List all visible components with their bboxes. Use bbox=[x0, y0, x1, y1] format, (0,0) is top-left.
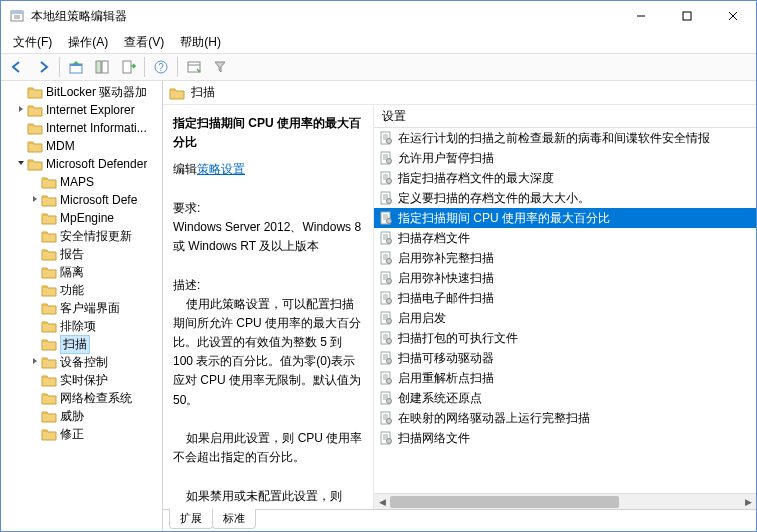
folder-icon bbox=[41, 373, 57, 387]
tree-item[interactable]: 威胁 bbox=[1, 407, 162, 425]
tree-item[interactable]: Microsoft Defender bbox=[1, 155, 162, 173]
svg-rect-9 bbox=[70, 64, 82, 66]
tree-item[interactable]: 功能 bbox=[1, 281, 162, 299]
close-button[interactable] bbox=[710, 1, 756, 31]
tree-item[interactable]: 设备控制 bbox=[1, 353, 162, 371]
scroll-left-arrow[interactable]: ◀ bbox=[374, 494, 390, 510]
filter-button[interactable] bbox=[208, 55, 232, 79]
policy-icon bbox=[378, 270, 394, 286]
back-button[interactable] bbox=[5, 55, 29, 79]
list-item[interactable]: 指定扫描存档文件的最大深度 bbox=[374, 168, 756, 188]
expand-icon[interactable] bbox=[29, 356, 41, 368]
list-item[interactable]: 扫描电子邮件扫描 bbox=[374, 288, 756, 308]
list-item[interactable]: 启用重解析点扫描 bbox=[374, 368, 756, 388]
edit-policy-link[interactable]: 策略设置 bbox=[197, 162, 245, 176]
export-button[interactable] bbox=[116, 55, 140, 79]
list-item[interactable]: 创建系统还原点 bbox=[374, 388, 756, 408]
folder-icon bbox=[41, 283, 57, 297]
list-item[interactable]: 扫描可移动驱动器 bbox=[374, 348, 756, 368]
svg-point-86 bbox=[387, 399, 392, 404]
tree-item[interactable]: 隔离 bbox=[1, 263, 162, 281]
expand-icon[interactable] bbox=[15, 104, 27, 116]
list-item-label: 启用重解析点扫描 bbox=[398, 370, 494, 387]
titlebar: 本地组策略编辑器 bbox=[1, 1, 756, 31]
list-item-label: 定义要扫描的存档文件的最大大小。 bbox=[398, 190, 590, 207]
folder-icon bbox=[27, 103, 43, 117]
expand-icon[interactable] bbox=[29, 194, 41, 206]
tree-item[interactable]: Internet Explorer bbox=[1, 101, 162, 119]
tree-item[interactable]: Microsoft Defe bbox=[1, 191, 162, 209]
list-item[interactable]: 指定扫描期间 CPU 使用率的最大百分比 bbox=[374, 208, 756, 228]
tree-item[interactable]: BitLocker 驱动器加 bbox=[1, 83, 162, 101]
description-text: 使用此策略设置，可以配置扫描期间所允许 CPU 使用率的最大百分比。此设置的有效… bbox=[173, 295, 363, 410]
svg-point-46 bbox=[387, 239, 392, 244]
folder-icon bbox=[41, 319, 57, 333]
svg-point-76 bbox=[387, 359, 392, 364]
tree-item[interactable]: 安全情报更新 bbox=[1, 227, 162, 245]
settings-list[interactable]: 在运行计划的扫描之前检查最新的病毒和间谍软件安全情报允许用户暂停扫描指定扫描存档… bbox=[374, 128, 756, 493]
folder-icon bbox=[41, 409, 57, 423]
policy-icon bbox=[378, 290, 394, 306]
tree-item[interactable]: 客户端界面 bbox=[1, 299, 162, 317]
svg-point-36 bbox=[387, 199, 392, 204]
tree-item[interactable]: 实时保护 bbox=[1, 371, 162, 389]
list-item[interactable]: 启用启发 bbox=[374, 308, 756, 328]
tree-item-label: MpEngine bbox=[60, 211, 114, 225]
tree-view[interactable]: BitLocker 驱动器加Internet ExplorerInternet … bbox=[1, 81, 163, 531]
requirements-text: Windows Server 2012、Windows 8 或 Windows … bbox=[173, 218, 363, 256]
list-item[interactable]: 允许用户暂停扫描 bbox=[374, 148, 756, 168]
folder-icon bbox=[41, 229, 57, 243]
list-item[interactable]: 在映射的网络驱动器上运行完整扫描 bbox=[374, 408, 756, 428]
menu-action[interactable]: 操作(A) bbox=[60, 32, 116, 53]
list-item[interactable]: 启用弥补完整扫描 bbox=[374, 248, 756, 268]
policy-icon bbox=[378, 190, 394, 206]
svg-rect-12 bbox=[123, 61, 131, 73]
tree-item[interactable]: 报告 bbox=[1, 245, 162, 263]
policy-icon bbox=[378, 370, 394, 386]
tree-item[interactable]: 扫描 bbox=[1, 335, 162, 353]
help-button[interactable]: ? bbox=[149, 55, 173, 79]
list-column-header[interactable]: 设置 bbox=[374, 106, 756, 128]
tree-item[interactable]: MAPS bbox=[1, 173, 162, 191]
policy-icon bbox=[378, 410, 394, 426]
list-item[interactable]: 启用弥补快速扫描 bbox=[374, 268, 756, 288]
menu-view[interactable]: 查看(V) bbox=[116, 32, 172, 53]
list-item[interactable]: 定义要扫描的存档文件的最大大小。 bbox=[374, 188, 756, 208]
tree-item[interactable]: Internet Informati... bbox=[1, 119, 162, 137]
list-item-label: 在运行计划的扫描之前检查最新的病毒和间谍软件安全情报 bbox=[398, 130, 710, 147]
tree-item[interactable]: 排除项 bbox=[1, 317, 162, 335]
description-label: 描述: bbox=[173, 276, 363, 295]
tree-item-label: 安全情报更新 bbox=[60, 228, 132, 245]
tab-standard[interactable]: 标准 bbox=[212, 509, 256, 529]
expand-icon[interactable] bbox=[15, 158, 27, 170]
forward-button[interactable] bbox=[31, 55, 55, 79]
folder-icon bbox=[27, 157, 43, 171]
tab-extended[interactable]: 扩展 bbox=[169, 508, 213, 529]
list-item[interactable]: 扫描网络文件 bbox=[374, 428, 756, 448]
policy-icon bbox=[378, 170, 394, 186]
maximize-button[interactable] bbox=[664, 1, 710, 31]
minimize-button[interactable] bbox=[618, 1, 664, 31]
scroll-right-arrow[interactable]: ▶ bbox=[740, 494, 756, 510]
window: 本地组策略编辑器 文件(F) 操作(A) 查看(V) 帮助(H) ? BitLo… bbox=[0, 0, 757, 532]
menu-file[interactable]: 文件(F) bbox=[5, 32, 60, 53]
tree-item[interactable]: 修正 bbox=[1, 425, 162, 443]
up-button[interactable] bbox=[64, 55, 88, 79]
menu-help[interactable]: 帮助(H) bbox=[172, 32, 229, 53]
tree-item[interactable]: MpEngine bbox=[1, 209, 162, 227]
list-item[interactable]: 在运行计划的扫描之前检查最新的病毒和间谍软件安全情报 bbox=[374, 128, 756, 148]
tree-item-label: Microsoft Defe bbox=[60, 193, 137, 207]
scroll-thumb[interactable] bbox=[390, 496, 619, 508]
window-controls bbox=[618, 1, 756, 31]
list-item[interactable]: 扫描打包的可执行文件 bbox=[374, 328, 756, 348]
tree-item-label: 扫描 bbox=[60, 335, 90, 354]
folder-icon bbox=[27, 121, 43, 135]
all-settings-button[interactable] bbox=[182, 55, 206, 79]
folder-icon bbox=[41, 193, 57, 207]
tree-item[interactable]: 网络检查系统 bbox=[1, 389, 162, 407]
list-item[interactable]: 扫描存档文件 bbox=[374, 228, 756, 248]
show-hide-tree-button[interactable] bbox=[90, 55, 114, 79]
horizontal-scrollbar[interactable]: ◀ ▶ bbox=[374, 493, 756, 509]
folder-icon bbox=[169, 86, 185, 100]
tree-item[interactable]: MDM bbox=[1, 137, 162, 155]
